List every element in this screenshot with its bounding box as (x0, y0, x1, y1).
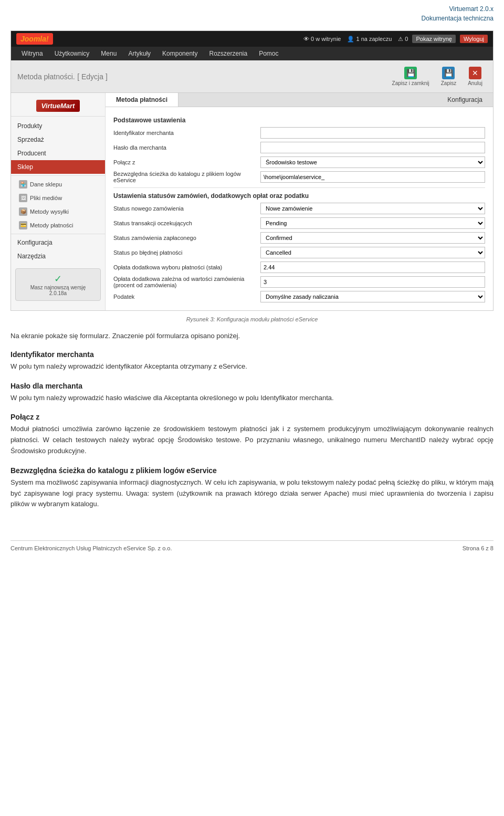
label-cancelled: Status po błędnej płatności (113, 249, 260, 256)
nav-komponenty[interactable]: Komponenty (157, 47, 203, 60)
vm-logo-text: VirtueMart (41, 102, 75, 110)
form-row-cancelled: Status po błędnej płatności Cancelled (113, 246, 485, 259)
label-fixed-fee: Opłata dodatkowa wyboru płatności (stała… (113, 264, 260, 270)
nav-menu[interactable]: Menu (96, 47, 122, 60)
save-icon: 💾 (442, 67, 455, 79)
section-merchant-id: Identyfikator merchanta W polu tym należ… (10, 350, 494, 372)
section-log-path-text: System ma możliwość zapisywania informac… (10, 477, 494, 510)
site-stats: 👁 0 w witrynie 👤 1 na zapleczu ⚠ 0 (303, 36, 408, 43)
label-confirmed: Status zamówienia zapłaconego (113, 235, 260, 241)
toolbar: 💾 Zapisz i zamknij 💾 Zapisz ✕ Anuluj (388, 65, 487, 88)
section-merchant-id-title: Identyfikator merchanta (10, 350, 494, 359)
section-merchant-id-text: W polu tym należy wprowadzić identyfikat… (10, 361, 494, 372)
form-row-log-path: Bezwzględna ścieżka do katalogu z plikie… (113, 171, 485, 183)
nav-witryna[interactable]: Witryna (16, 47, 48, 60)
section-polacz-z-title: Połącz z (10, 413, 494, 421)
sidebar-item-metody-platnosci[interactable]: 💳 Metody płatności (11, 218, 105, 232)
form-divider (113, 187, 485, 188)
section-log-path: Bezwzględna ścieżka do katalogu z plikie… (10, 466, 494, 510)
version-badge: ✓ Masz najnowszą wersję 2.0.18a (15, 268, 101, 301)
visitors-count: 👁 0 w witrynie (303, 36, 341, 43)
form-row-new-order: Status nowego zamówienia Nowe zamówienie (113, 202, 485, 215)
select-tax[interactable]: Domyślne zasady naliczania (260, 291, 485, 302)
footer-company: Centrum Elektronicznych Usług Płatniczyc… (10, 545, 172, 551)
input-password[interactable] (260, 142, 485, 153)
section-log-path-title: Bezwzględna ścieżka do katalogu z plikie… (10, 466, 494, 475)
input-log-path[interactable]: \home\joomla\eservice_ (260, 171, 485, 183)
label-log-path: Bezwzględna ścieżka do katalogu z plikie… (113, 171, 260, 183)
dane-sklepu-icon: 🏪 (19, 180, 27, 189)
logout-button[interactable]: Wyloguj (460, 35, 488, 43)
select-pending[interactable]: Pending (260, 217, 485, 229)
doc-title-line1: Virtuemart 2.0.x (449, 5, 494, 13)
backend-count: 👤 1 na zapleczu (347, 36, 392, 43)
virtuemart-logo: VirtueMart (11, 96, 105, 117)
tab-metoda-platnosci[interactable]: Metoda płatności (106, 93, 178, 107)
sidebar-sklep-section: 🏪 Dane sklepu 🖼 Pliki mediów 📦 Metody wy… (11, 175, 105, 232)
input-percent-fee[interactable]: 3 (260, 276, 485, 288)
select-cancelled[interactable]: Cancelled (260, 247, 485, 258)
cancel-button[interactable]: ✕ Anuluj (464, 65, 487, 88)
select-confirmed[interactable]: Confirmed (260, 232, 485, 244)
sidebar-item-sprzedaz[interactable]: Sprzedaż (11, 133, 105, 147)
sidebar-bottom-section: Konfiguracja Narzędzia (11, 234, 105, 263)
label-password: Hasło dla merchanta (113, 144, 260, 151)
sidebar-item-dane-sklepu[interactable]: 🏪 Dane sklepu (11, 177, 105, 191)
joomla-logo-text: Joomla! (20, 35, 49, 43)
sidebar-item-narzedzia[interactable]: Narzędzia (11, 249, 105, 263)
select-polacz-z-container: Środowisko testowe Środowisko produkcyjn… (260, 156, 485, 168)
form-body: Podstawowe ustawienia Identyfikator merc… (106, 107, 493, 310)
joomla-topbar: Joomla! 👁 0 w witrynie 👤 1 na zapleczu ⚠… (11, 31, 493, 47)
label-new-order: Status nowego zamówienia (113, 205, 260, 212)
input-password-container (260, 142, 485, 153)
select-new-order-container: Nowe zamówienie (260, 203, 485, 214)
cms-main: Metoda płatności Konfiguracja Podstawowe… (106, 93, 493, 310)
input-percent-fee-container: 3 (260, 276, 485, 288)
sidebar-item-pliki-mediow[interactable]: 🖼 Pliki mediów (11, 191, 105, 205)
cms-screenshot: Joomla! 👁 0 w witrynie 👤 1 na zapleczu ⚠… (10, 30, 494, 311)
platnosci-icon: 💳 (19, 221, 27, 229)
save-button[interactable]: 💾 Zapisz (437, 65, 460, 88)
nav-uzytkownicy[interactable]: Użytkownicy (49, 47, 95, 60)
show-site-button[interactable]: Pokaz witrynę (412, 35, 455, 43)
version-label: Masz najnowszą wersję (18, 285, 98, 290)
form-row-merchant-id: Identyfikator merchanta (113, 127, 485, 139)
label-merchant-id: Identyfikator merchanta (113, 130, 260, 136)
section-password-text: W polu tym należy wprowadzić hasło właśc… (10, 393, 494, 404)
check-icon: ✓ (18, 273, 98, 285)
wysylki-icon: 📦 (19, 207, 27, 216)
form-row-pending: Status transakcji oczekujących Pending (113, 217, 485, 229)
label-polacz-z: Połącz z (113, 159, 260, 165)
joomla-nav: Witryna Użytkownicy Menu Artykuły Kompon… (11, 47, 493, 60)
label-tax: Podatek (113, 294, 260, 300)
label-pending: Status transakcji oczekujących (113, 220, 260, 226)
cms-sidebar: VirtueMart Produkty Sprzedaż Producent S… (11, 93, 106, 310)
sidebar-item-sklep[interactable]: Sklep (11, 160, 105, 174)
tab-konfiguracja[interactable]: Konfiguracja (437, 93, 493, 107)
doc-intro: Na ekranie pokaże się formularz. Znaczen… (10, 331, 494, 342)
select-new-order[interactable]: Nowe zamówienie (260, 203, 485, 214)
nav-rozszerzenia[interactable]: Rozszerzenia (204, 47, 253, 60)
footer-page-info: Strona 6 z 8 (463, 545, 494, 551)
sidebar-item-konfiguracja[interactable]: Konfiguracja (11, 236, 105, 249)
version-number: 2.0.18a (18, 290, 98, 296)
select-polacz-z[interactable]: Środowisko testowe Środowisko produkcyjn… (260, 156, 485, 168)
section-polacz-z: Połącz z Moduł płatności umożliwia zarów… (10, 413, 494, 456)
save-close-button[interactable]: 💾 Zapisz i zamknij (388, 65, 434, 88)
nav-pomoc[interactable]: Pomoc (254, 47, 284, 60)
cms-body: VirtueMart Produkty Sprzedaż Producent S… (11, 93, 493, 310)
doc-header: Virtuemart 2.0.x Dokumentacja techniczna (0, 0, 504, 25)
input-fixed-fee[interactable]: 2.44 (260, 261, 485, 273)
joomla-topbar-right: 👁 0 w witrynie 👤 1 na zapleczu ⚠ 0 Pokaz… (303, 35, 488, 43)
save-close-icon: 💾 (404, 67, 417, 79)
sidebar-item-metody-wysylki[interactable]: 📦 Metody wysyłki (11, 205, 105, 218)
section-polacz-z-text: Moduł płatności umożliwia zarówno łączen… (10, 424, 494, 456)
joomla-branding: Joomla! (16, 33, 53, 45)
nav-artykuly[interactable]: Artykuły (123, 47, 156, 60)
figure-caption: Rysunek 3: Konfiguracja modułu płatności… (10, 316, 494, 322)
input-merchant-id[interactable] (260, 127, 485, 139)
page-content: Joomla! 👁 0 w witrynie 👤 1 na zapleczu ⚠… (0, 25, 504, 530)
select-tax-container: Domyślne zasady naliczania (260, 291, 485, 302)
sidebar-item-produkty[interactable]: Produkty (11, 119, 105, 133)
sidebar-item-producent[interactable]: Producent (11, 147, 105, 160)
